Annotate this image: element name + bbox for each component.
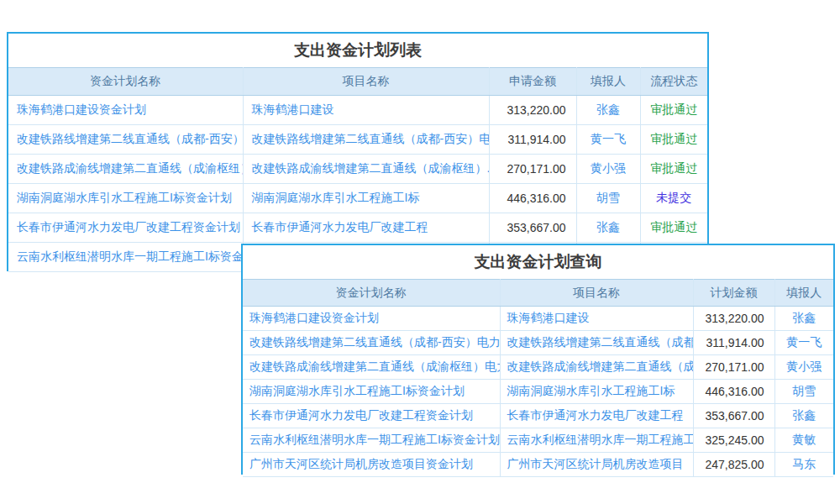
plan-name-link[interactable]: 湖南洞庭湖水库引水工程施工I标资金计划 [249, 384, 465, 397]
project-name-link[interactable]: 改建铁路成渝线增建第二直通线（成渝枢纽）... [252, 161, 490, 175]
reporter-link[interactable]: 黄一飞 [591, 132, 626, 145]
plan-name-cell: 改建铁路线增建第二线直通线（成都-西安）电力线路迁 [243, 331, 500, 355]
table-row: 珠海鹤港口建设资金计划 珠海鹤港口建设 313,220.00 张鑫 审批通过 [8, 96, 707, 125]
project-name-cell: 珠海鹤港口建设 [500, 307, 693, 331]
table-row: 改建铁路线增建第二线直通线（成都-西安）电... 改建铁路线增建第二线直通线（成… [8, 125, 707, 155]
reporter-cell: 黄小强 [576, 155, 640, 184]
plan-name-link[interactable]: 改建铁路线增建第二线直通线（成都-西安）电力线路迁 [249, 335, 500, 349]
table-row: 长春市伊通河水力发电厂改建工程资金计划 长春市伊通河水力发电厂改建工程 353,… [8, 213, 707, 243]
plan-name-cell: 长春市伊通河水力发电厂改建工程资金计划 [8, 213, 243, 243]
project-name-cell: 云南水利枢纽潜明水库一期工程施工I标 [500, 428, 693, 453]
reporter-link[interactable]: 黄小强 [591, 161, 626, 175]
reporter-link[interactable]: 胡雪 [596, 191, 620, 204]
project-name-link[interactable]: 改建铁路线增建第二线直通线（成都-西安 [507, 335, 694, 349]
project-name-cell: 珠海鹤港口建设 [243, 96, 489, 125]
plan-name-cell: 长春市伊通河水力发电厂改建工程资金计划 [243, 404, 500, 428]
reporter-cell: 黄小强 [774, 355, 833, 380]
table-row: 长春市伊通河水力发电厂改建工程资金计划 长春市伊通河水力发电厂改建工程 353,… [243, 404, 833, 428]
page: 支出资金计划列表 资金计划名称 项目名称 申请金额 填报人 流程状态 珠海鹤港口… [0, 0, 840, 504]
plan-name-cell: 湖南洞庭湖水库引水工程施工I标资金计划 [243, 380, 500, 404]
plan-name-link[interactable]: 广州市天河区统计局机房改造项目资金计划 [249, 457, 473, 470]
fund-plan-query-table: 资金计划名称 项目名称 计划金额 填报人 珠海鹤港口建设资金计划 珠海鹤港口建设… [243, 279, 833, 477]
reporter-cell: 张鑫 [576, 96, 640, 125]
project-name-cell: 湖南洞庭湖水库引水工程施工I标 [500, 380, 693, 404]
reporter-link[interactable]: 黄敏 [792, 433, 816, 446]
project-name-link[interactable]: 珠海鹤港口建设 [507, 311, 590, 324]
status-badge: 审批通过 [650, 220, 697, 234]
status-badge: 审批通过 [650, 161, 697, 175]
table-row: 改建铁路线增建第二线直通线（成都-西安）电力线路迁 改建铁路线增建第二线直通线（… [243, 331, 833, 355]
plan-name-cell: 广州市天河区统计局机房改造项目资金计划 [243, 453, 500, 477]
plan-name-link[interactable]: 长春市伊通河水力发电厂改建工程资金计划 [17, 220, 240, 234]
plan-name-cell: 改建铁路成渝线增建第二直通线（成渝枢纽）电力线路迁 [243, 355, 500, 380]
reporter-link[interactable]: 黄一飞 [786, 335, 822, 349]
plan-name-cell: 改建铁路成渝线增建第二直通线（成渝枢纽）... [8, 155, 243, 184]
plan-name-link[interactable]: 长春市伊通河水力发电厂改建工程资金计划 [249, 408, 473, 422]
project-name-link[interactable]: 云南水利枢纽潜明水库一期工程施工I标 [507, 433, 694, 446]
amount-cell: 311,914.00 [693, 331, 774, 355]
project-name-link[interactable]: 湖南洞庭湖水库引水工程施工I标 [507, 384, 675, 397]
column-header-reporter: 填报人 [576, 68, 640, 96]
project-name-cell: 长春市伊通河水力发电厂改建工程 [243, 213, 489, 243]
reporter-link[interactable]: 张鑫 [792, 408, 816, 422]
plan-name-link[interactable]: 云南水利枢纽潜明水库一期工程施工I标资金计划 [17, 249, 243, 263]
reporter-link[interactable]: 张鑫 [596, 102, 620, 116]
reporter-cell: 胡雪 [774, 380, 833, 404]
reporter-cell: 张鑫 [576, 213, 640, 243]
plan-name-cell: 湖南洞庭湖水库引水工程施工I标资金计划 [8, 184, 243, 213]
reporter-cell: 马东 [774, 453, 833, 477]
reporter-cell: 黄敏 [774, 428, 833, 453]
column-header-flow-status: 流程状态 [640, 68, 707, 96]
plan-name-cell: 云南水利枢纽潜明水库一期工程施工I标资金计划 [8, 243, 243, 272]
project-name-link[interactable]: 改建铁路成渝线增建第二直通线（成渝枢纽 [507, 360, 694, 373]
amount-cell: 353,667.00 [489, 213, 576, 243]
plan-name-cell: 珠海鹤港口建设资金计划 [8, 96, 243, 125]
project-name-cell: 改建铁路线增建第二线直通线（成都-西安 [500, 331, 693, 355]
reporter-link[interactable]: 张鑫 [792, 311, 816, 324]
column-header-apply-amount: 申请金额 [489, 68, 576, 96]
project-name-link[interactable]: 珠海鹤港口建设 [252, 102, 334, 116]
reporter-link[interactable]: 黄小强 [786, 360, 822, 373]
project-name-link[interactable]: 湖南洞庭湖水库引水工程施工I标 [252, 191, 420, 204]
plan-name-link[interactable]: 珠海鹤港口建设资金计划 [17, 102, 146, 116]
plan-name-link[interactable]: 珠海鹤港口建设资金计划 [249, 311, 379, 324]
status-cell: 审批通过 [640, 96, 707, 125]
project-name-link[interactable]: 长春市伊通河水力发电厂改建工程 [507, 408, 684, 422]
project-name-cell: 广州市天河区统计局机房改造项目 [500, 453, 693, 477]
plan-name-cell: 改建铁路线增建第二线直通线（成都-西安）电... [8, 125, 243, 155]
status-badge: 未提交 [656, 191, 691, 204]
amount-cell: 270,171.00 [693, 355, 774, 380]
fund-plan-list-window: 支出资金计划列表 资金计划名称 项目名称 申请金额 填报人 流程状态 珠海鹤港口… [7, 32, 709, 271]
plan-name-link[interactable]: 改建铁路成渝线增建第二直通线（成渝枢纽）电力线路迁 [249, 360, 500, 373]
table-row: 湖南洞庭湖水库引水工程施工I标资金计划 湖南洞庭湖水库引水工程施工I标 446,… [243, 380, 833, 404]
project-name-link[interactable]: 长春市伊通河水力发电厂改建工程 [252, 220, 428, 234]
status-cell: 审批通过 [640, 213, 707, 243]
plan-name-link[interactable]: 改建铁路成渝线增建第二直通线（成渝枢纽）... [17, 161, 243, 175]
amount-cell: 325,245.00 [693, 428, 774, 453]
reporter-link[interactable]: 张鑫 [596, 220, 620, 234]
amount-cell: 353,667.00 [693, 404, 774, 428]
table-header-row: 资金计划名称 项目名称 申请金额 填报人 流程状态 [8, 68, 707, 96]
reporter-link[interactable]: 胡雪 [792, 384, 816, 397]
reporter-cell: 胡雪 [576, 184, 640, 213]
status-cell: 审批通过 [640, 125, 707, 155]
table-header-row: 资金计划名称 项目名称 计划金额 填报人 [243, 280, 833, 307]
column-header-reporter: 填报人 [774, 280, 833, 307]
plan-name-link[interactable]: 湖南洞庭湖水库引水工程施工I标资金计划 [17, 191, 232, 204]
project-name-link[interactable]: 改建铁路线增建第二线直通线（成都-西安）电... [252, 132, 490, 145]
status-cell: 未提交 [640, 184, 707, 213]
plan-name-link[interactable]: 云南水利枢纽潜明水库一期工程施工I标资金计划 [249, 433, 500, 446]
fund-plan-query-window: 支出资金计划查询 资金计划名称 项目名称 计划金额 填报人 珠海鹤港口建设资金计… [241, 244, 835, 475]
amount-cell: 311,914.00 [489, 125, 576, 155]
plan-name-link[interactable]: 改建铁路线增建第二线直通线（成都-西安）电... [17, 132, 243, 145]
project-name-link[interactable]: 广州市天河区统计局机房改造项目 [507, 457, 684, 470]
column-header-plan-name: 资金计划名称 [8, 68, 243, 96]
reporter-link[interactable]: 马东 [792, 457, 816, 470]
project-name-cell: 改建铁路线增建第二线直通线（成都-西安）电... [243, 125, 489, 155]
column-header-plan-amount: 计划金额 [693, 280, 774, 307]
fund-plan-list-title: 支出资金计划列表 [8, 34, 707, 67]
amount-cell: 313,220.00 [693, 307, 774, 331]
project-name-cell: 长春市伊通河水力发电厂改建工程 [500, 404, 693, 428]
column-header-project-name: 项目名称 [243, 68, 489, 96]
fund-plan-query-title: 支出资金计划查询 [243, 245, 833, 279]
